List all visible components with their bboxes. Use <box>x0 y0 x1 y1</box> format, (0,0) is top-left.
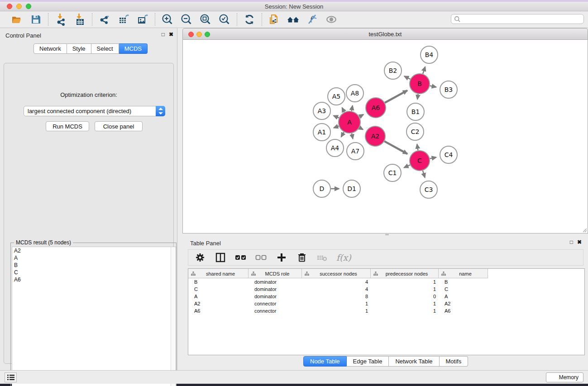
result-list-item[interactable]: A <box>12 254 176 262</box>
edge-A-A5[interactable] <box>342 108 344 112</box>
tab-motifs[interactable]: Motifs <box>440 356 468 367</box>
edge-A-A7[interactable] <box>352 133 353 138</box>
column-header-shared-name[interactable]: shared name <box>188 269 249 278</box>
table-cell[interactable]: A6 <box>439 308 488 314</box>
table-cell[interactable]: 1 <box>371 301 439 306</box>
table-cell[interactable]: B <box>188 279 249 285</box>
table-cell[interactable]: C <box>188 286 249 292</box>
edge-B-B2[interactable] <box>404 76 410 79</box>
import-network-icon[interactable] <box>54 13 67 26</box>
edge-A-A2[interactable] <box>359 128 363 129</box>
delete-table-icon[interactable] <box>316 251 329 264</box>
zoom-in-icon[interactable] <box>161 13 174 26</box>
network-close-icon[interactable] <box>188 32 194 37</box>
mcds-result-list[interactable]: A2ABCA6 <box>12 247 176 386</box>
node-A3[interactable]: A3 <box>313 102 330 119</box>
node-B[interactable]: B <box>410 74 430 94</box>
open-file-icon[interactable] <box>10 13 23 26</box>
tab-style[interactable]: Style <box>67 43 91 54</box>
node-A[interactable]: A <box>339 111 360 133</box>
export-image-icon[interactable] <box>136 13 149 26</box>
table-settings-gear-icon[interactable] <box>194 251 206 264</box>
table-cell[interactable]: dominator <box>249 279 302 285</box>
table-cell[interactable]: 1 <box>302 308 371 314</box>
table-cell[interactable]: 1 <box>371 308 439 314</box>
tab-node-table[interactable]: Node Table <box>303 356 347 367</box>
table-row[interactable]: Bdominator41B <box>188 278 584 286</box>
edge-A-A6[interactable] <box>359 114 363 117</box>
table-cell[interactable]: A <box>188 294 249 299</box>
show-column-panel-icon[interactable] <box>214 251 227 264</box>
float-panel-icon[interactable]: □ <box>162 31 165 38</box>
close-panel-button[interactable]: Close panel <box>95 121 143 131</box>
network-maximize-icon[interactable] <box>205 32 210 37</box>
table-row[interactable]: A2connector11A2 <box>188 300 584 307</box>
export-network-icon[interactable] <box>98 13 111 26</box>
table-cell[interactable]: 8 <box>302 294 371 299</box>
table-cell[interactable]: 4 <box>302 279 371 285</box>
first-neighbors-icon[interactable] <box>287 13 300 26</box>
network-minimize-icon[interactable] <box>196 32 202 37</box>
tab-network[interactable]: Network <box>33 43 67 54</box>
create-column-icon[interactable] <box>275 251 288 264</box>
zoom-selected-icon[interactable] <box>218 13 231 26</box>
node-A2[interactable]: A2 <box>365 126 385 146</box>
export-table-icon[interactable] <box>117 13 130 26</box>
table-cell[interactable]: A2 <box>439 301 488 306</box>
task-history-button[interactable] <box>5 372 17 382</box>
table-cell[interactable]: connector <box>249 308 302 314</box>
node-B2[interactable]: B2 <box>384 62 402 79</box>
node-D1[interactable]: D1 <box>343 180 360 197</box>
network-canvas[interactable]: B4B2BB3A5A8A6A3B1AA1C2A2A4A7C4CC1C3DD1 <box>182 40 588 234</box>
table-row[interactable]: A6connector11A6 <box>188 307 584 315</box>
edge-B-B3[interactable] <box>430 86 436 87</box>
table-cell[interactable]: 1 <box>371 279 439 285</box>
zoom-out-icon[interactable] <box>180 13 193 26</box>
table-cell[interactable]: dominator <box>249 294 302 299</box>
save-session-icon[interactable] <box>29 13 42 26</box>
node-B1[interactable]: B1 <box>407 103 424 120</box>
column-header-successor-nodes[interactable]: successor nodes <box>302 269 371 278</box>
node-C1[interactable]: C1 <box>384 164 401 181</box>
close-table-panel-icon[interactable]: ✖ <box>577 239 582 245</box>
tab-edge-table[interactable]: Edge Table <box>347 356 389 367</box>
table-cell[interactable]: A6 <box>188 308 249 314</box>
result-list-item[interactable]: B <box>12 262 176 269</box>
result-list-item[interactable]: C <box>12 269 176 276</box>
edge-B-B1[interactable] <box>417 94 418 100</box>
import-table-icon[interactable] <box>73 13 86 26</box>
refresh-icon[interactable] <box>243 13 256 26</box>
table-cell[interactable]: 1 <box>371 286 439 292</box>
function-builder-icon[interactable]: f(x) <box>336 253 351 262</box>
memory-button[interactable]: Memory <box>546 372 583 382</box>
edge-A-A3[interactable] <box>334 116 339 118</box>
result-scrollbar[interactable] <box>171 247 176 386</box>
node-B3[interactable]: B3 <box>440 81 457 98</box>
node-D[interactable]: D <box>313 180 330 197</box>
maximize-window-icon[interactable] <box>26 4 31 9</box>
column-header-MCDS-role[interactable]: MCDS role <box>249 269 302 278</box>
table-row[interactable]: Cdominator41C <box>188 286 584 293</box>
search-input[interactable] <box>461 15 583 23</box>
edge-A-A4[interactable] <box>341 132 344 137</box>
delete-column-trash-icon[interactable] <box>296 251 308 264</box>
result-list-item[interactable]: A6 <box>12 276 176 283</box>
search-box[interactable] <box>451 14 584 24</box>
node-A4[interactable]: A4 <box>326 139 344 157</box>
minimize-window-icon[interactable] <box>16 4 22 9</box>
table-cell[interactable]: 1 <box>302 301 371 306</box>
node-A1[interactable]: A1 <box>313 124 330 141</box>
deselect-all-icon[interactable] <box>255 251 268 264</box>
edge-A2-C[interactable] <box>384 141 407 154</box>
close-panel-icon[interactable]: ✖ <box>169 31 173 38</box>
tab-network-table[interactable]: Network Table <box>389 356 439 367</box>
edge-C-C3[interactable] <box>423 171 425 177</box>
node-C[interactable]: C <box>410 151 430 171</box>
column-header-predecessor-nodes[interactable]: predecessor nodes <box>371 269 439 278</box>
run-mcds-button[interactable]: Run MCDS <box>46 121 89 131</box>
column-header-name[interactable]: name <box>439 269 488 278</box>
edge-C-C4[interactable] <box>430 157 436 159</box>
float-table-panel-icon[interactable]: □ <box>570 239 573 245</box>
edge-C-C2[interactable] <box>417 144 418 151</box>
node-C4[interactable]: C4 <box>440 146 457 163</box>
